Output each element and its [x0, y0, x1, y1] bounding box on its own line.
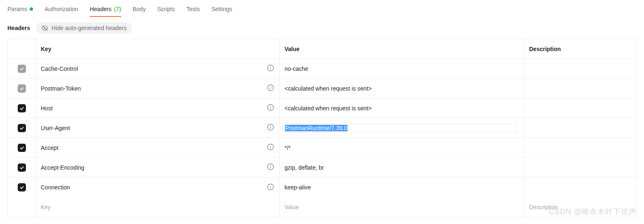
headers-count: (7) — [114, 6, 121, 12]
row-checkbox[interactable] — [18, 183, 26, 191]
new-value-input[interactable]: Value — [280, 197, 524, 217]
eye-off-icon — [42, 25, 48, 31]
header-value-input[interactable]: PostmanRuntime/7.39.0 — [283, 124, 517, 133]
table-row: Connectionikeep-alive — [8, 177, 636, 197]
header-value[interactable]: <calculated when request is sent> — [285, 85, 372, 92]
tab-tests[interactable]: Tests — [187, 1, 200, 17]
request-tabs: Params Authorization Headers (7) Body Sc… — [0, 0, 644, 18]
info-icon[interactable]: i — [267, 163, 274, 172]
header-key[interactable]: Connection — [41, 184, 70, 191]
new-check-cell — [8, 197, 36, 217]
header-desc[interactable] — [524, 158, 636, 177]
header-key[interactable]: Host — [41, 105, 53, 112]
svg-text:i: i — [270, 86, 271, 90]
new-desc-input[interactable]: Description — [524, 197, 636, 217]
row-checkbox[interactable] — [18, 144, 26, 152]
tab-scripts[interactable]: Scripts — [157, 1, 175, 17]
svg-text:i: i — [270, 165, 271, 169]
header-desc[interactable] — [524, 98, 636, 118]
header-desc[interactable] — [524, 59, 636, 78]
new-header-row: Key Value Description — [8, 197, 636, 217]
table-row: Postman-Tokeni<calculated when request i… — [8, 79, 636, 98]
hide-auto-headers-button[interactable]: Hide auto-generated headers — [36, 22, 132, 34]
headers-table: Key Value Description Cache-Controlino-c… — [7, 39, 637, 217]
table-row: Accepti*/* — [8, 138, 636, 158]
section-title: Headers — [7, 25, 30, 31]
header-desc-cell: Description — [524, 39, 636, 58]
header-value[interactable]: gzip, deflate, br — [285, 164, 324, 171]
tab-authorization[interactable]: Authorization — [44, 1, 78, 17]
header-value[interactable]: keep-alive — [285, 184, 311, 191]
header-value[interactable]: */* — [285, 145, 291, 151]
row-checkbox[interactable] — [18, 124, 26, 132]
headers-section-bar: Headers Hide auto-generated headers — [0, 18, 644, 39]
header-key[interactable]: User-Agent — [41, 125, 70, 131]
svg-text:i: i — [270, 145, 271, 149]
tab-label: Params — [7, 6, 27, 12]
tab-headers[interactable]: Headers (7) — [90, 1, 121, 17]
header-value[interactable]: <calculated when request is sent> — [285, 105, 372, 112]
tab-label: Body — [133, 6, 146, 12]
tab-label: Tests — [187, 6, 200, 12]
table-row: Hosti<calculated when request is sent> — [8, 98, 636, 118]
table-row: Accept-Encodingigzip, deflate, br — [8, 158, 636, 177]
info-icon[interactable]: i — [267, 104, 274, 112]
row-checkbox[interactable] — [18, 163, 26, 172]
tab-body[interactable]: Body — [133, 1, 146, 17]
header-key[interactable]: Accept-Encoding — [41, 164, 84, 171]
header-check-cell — [8, 39, 36, 58]
info-icon[interactable]: i — [267, 64, 274, 73]
table-row: User-AgentiPostmanRuntime/7.39.0 — [8, 118, 636, 138]
svg-text:i: i — [270, 105, 271, 110]
params-modified-dot — [30, 7, 33, 11]
header-desc[interactable] — [524, 79, 636, 98]
new-key-input[interactable]: Key — [36, 197, 280, 217]
info-icon[interactable]: i — [267, 84, 274, 93]
header-value-cell: Value — [280, 39, 524, 58]
hide-button-label: Hide auto-generated headers — [51, 25, 126, 31]
row-checkbox[interactable] — [18, 65, 26, 73]
info-icon[interactable]: i — [267, 143, 274, 152]
header-desc[interactable] — [524, 118, 636, 138]
svg-text:i: i — [270, 125, 271, 130]
svg-text:i: i — [270, 66, 271, 70]
row-checkbox[interactable] — [18, 104, 26, 112]
tab-label: Scripts — [157, 6, 175, 12]
header-value[interactable]: no-cache — [285, 65, 308, 72]
header-desc[interactable] — [524, 177, 636, 197]
tab-settings[interactable]: Settings — [211, 1, 232, 17]
info-icon[interactable]: i — [267, 183, 274, 192]
row-checkbox[interactable] — [18, 84, 26, 93]
svg-text:i: i — [270, 184, 271, 189]
header-key[interactable]: Accept — [41, 145, 58, 151]
table-header-row: Key Value Description — [8, 39, 636, 59]
info-icon[interactable]: i — [267, 124, 274, 132]
tab-label: Settings — [211, 6, 232, 12]
tab-label: Authorization — [44, 6, 78, 12]
header-key-cell: Key — [36, 39, 280, 58]
header-key[interactable]: Cache-Control — [41, 65, 78, 72]
tab-label: Headers — [90, 6, 112, 12]
header-key[interactable]: Postman-Token — [41, 85, 81, 92]
header-desc[interactable] — [524, 138, 636, 157]
table-row: Cache-Controlino-cache — [8, 59, 636, 79]
tab-params[interactable]: Params — [7, 1, 33, 17]
